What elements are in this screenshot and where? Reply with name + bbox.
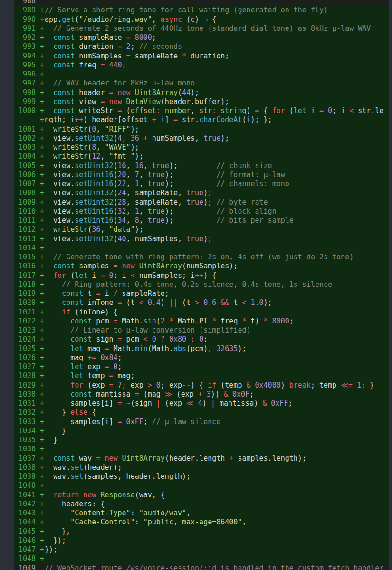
code-line: 1042+ headers: {	[14, 500, 389, 509]
diff-add-marker: +	[40, 244, 44, 253]
diff-add-marker: +	[40, 24, 44, 33]
diff-add-marker: +	[40, 472, 44, 481]
line-number: 1000	[14, 106, 36, 115]
line-number: 1017	[14, 271, 36, 280]
diff-add-marker: +	[40, 207, 44, 216]
diff-add-marker: +	[40, 70, 44, 79]
line-number: 1033	[14, 418, 36, 427]
code-line: 991+ // Generate 2 seconds of 440Hz tone…	[14, 24, 389, 33]
code-line: 1046+ });	[14, 536, 389, 545]
code-line: 992+ const sampleRate = 8000;	[14, 33, 389, 42]
code-line: 1010+ view.setUint16(32, 1, true); // bl…	[14, 207, 389, 216]
code-text: ngth; i++) header[offset + i] = str.char…	[45, 115, 389, 124]
code-line: 1027+ let exp = 0;	[14, 362, 389, 371]
terminal-screen: { "palette": { "marginBg": "#2b2f38", "a…	[0, 0, 392, 570]
diff-add-marker: +	[40, 408, 44, 417]
diff-add-marker: +	[40, 88, 44, 97]
code-line: 1044+ "Cache-Control": "public, max-age=…	[14, 518, 389, 527]
code-line: 1022+ const pcm = Math.sin(2 * Math.PI *…	[14, 317, 389, 326]
code-text: const samples = new Uint8Array(numSample…	[45, 262, 389, 271]
code-text: const sign = pcm < 0 ? 0x80 : 0;	[45, 335, 389, 344]
line-number: 1039	[14, 472, 36, 481]
code-line: 1007+ view.setUint16(22, 1, true); // ch…	[14, 180, 389, 189]
code-line: 1026+ mag += 0x84;	[14, 353, 389, 362]
diff-add-marker: +	[40, 335, 44, 344]
line-number	[14, 115, 36, 124]
code-text: },	[45, 527, 389, 536]
code-text	[45, 481, 389, 490]
code-line: 1037+ const wav = new Uint8Array(header.…	[14, 454, 389, 463]
code-text: // Generate 2 seconds of 440Hz tone (sta…	[45, 24, 389, 33]
diff-add-marker: +	[40, 454, 44, 463]
code-line: 990+app.get("/audio/ring.wav", async (c)…	[14, 15, 389, 24]
code-text: const mantissa = (mag ≫ (exp + 3)) & 0x0…	[45, 390, 389, 399]
line-number: 1023	[14, 326, 36, 335]
line-number: 993	[14, 42, 36, 51]
line-number: 1042	[14, 500, 36, 509]
code-line: 1019+ const t = i / sampleRate;	[14, 289, 389, 298]
code-text: return new Response(wav, {	[45, 491, 389, 500]
line-number: 997	[14, 79, 36, 88]
code-line: 1006+ view.setUint16(20, 7, true); // fo…	[14, 171, 389, 180]
line-number: 1032	[14, 408, 36, 417]
line-number: 1022	[14, 317, 36, 326]
code-text: // Generate tone with ring pattern: 2s o…	[45, 253, 389, 262]
code-text: let exp = 0;	[45, 362, 389, 371]
diff-add-marker: +	[40, 317, 44, 326]
line-number: 1013	[14, 235, 36, 244]
line-number: 1006	[14, 171, 36, 180]
diff-add-marker: +	[40, 481, 44, 490]
line-number: 989	[14, 6, 36, 15]
code-text: const inTone = (t < 0.4) || (t > 0.6 && …	[45, 298, 389, 307]
code-text: const writeStr = (offset: number, str: s…	[45, 106, 389, 115]
code-line: 1039+ wav.set(samples, header.length);	[14, 472, 389, 481]
code-text: writeStr(36, "data");	[45, 225, 389, 234]
code-text: view.setUint32(16, 16, true); // chunk s…	[45, 162, 389, 171]
code-line: 999+ const view = new DataView(header.bu…	[14, 97, 389, 106]
code-line: 995+ const freq = 440;	[14, 61, 389, 70]
code-text	[45, 70, 389, 79]
code-line: 1025+ let mag = Math.min(Math.abs(pcm), …	[14, 344, 389, 353]
code-text	[45, 0, 389, 6]
code-line: 989+// Serve a short ring tone for call …	[14, 6, 389, 15]
diff-add-marker: +	[40, 225, 44, 234]
code-text: view.setUint16(22, 1, true); // channels…	[45, 180, 389, 189]
line-number: 1047	[14, 545, 36, 554]
code-text: view.setUint16(32, 1, true); // block al…	[45, 207, 389, 216]
code-text: // Serve a short ring tone for call wait…	[45, 6, 389, 15]
diff-add-marker: +	[40, 491, 44, 500]
code-line: 996+	[14, 70, 389, 79]
diff-add-marker: +	[40, 436, 44, 445]
code-text: const sampleRate = 8000;	[45, 33, 389, 42]
code-line: 997+ // WAV header for 8kHz μ-law mono	[14, 79, 389, 88]
line-number: 999	[14, 97, 36, 106]
line-number: 995	[14, 61, 36, 70]
code-text: view.setUint32(40, numSamples, true);	[45, 235, 389, 244]
line-number: 996	[14, 70, 36, 79]
code-text: app.get("/audio/ring.wav", async (c) ⇒ {	[45, 15, 389, 24]
diff-add-marker: +	[40, 115, 44, 124]
code-line: 1034+ }	[14, 427, 389, 436]
code-line: 1040+	[14, 481, 389, 490]
diff-add-marker: +	[40, 134, 44, 143]
code-text: const pcm = Math.sin(2 * Math.PI * freq …	[45, 317, 389, 326]
code-line: 1005+ view.setUint32(16, 16, true); // c…	[14, 162, 389, 171]
line-number: 1018	[14, 280, 36, 289]
diff-add-marker: +	[40, 536, 44, 545]
code-text: for (exp = 7; exp > 0; exp--) { if (temp…	[45, 381, 389, 390]
code-line: 1029+ for (exp = 7; exp > 0; exp--) { if…	[14, 381, 389, 390]
code-text: for (let i = 0; i < numSamples; i++) {	[45, 271, 389, 280]
code-line: 1045+ },	[14, 527, 389, 536]
diff-add-marker: +	[40, 353, 44, 362]
line-number: 1046	[14, 536, 36, 545]
diff-add-marker: +	[40, 445, 44, 454]
diff-add-marker: +	[40, 463, 44, 472]
diff-add-marker: +	[40, 52, 44, 61]
code-text: headers: {	[45, 500, 389, 509]
diff-add-marker: +	[40, 418, 44, 427]
diff-add-marker: +	[40, 198, 44, 207]
diff-add-marker: +	[40, 79, 44, 88]
diff-add-marker: +	[40, 280, 44, 289]
code-line: 1049// WebSocket route /ws/voice-session…	[14, 564, 389, 570]
line-number: 1003	[14, 143, 36, 152]
